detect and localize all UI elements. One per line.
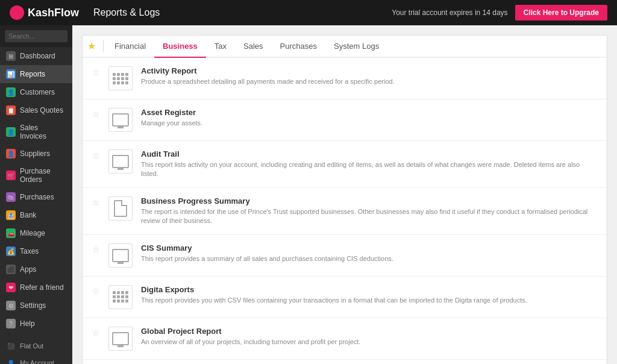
dashboard-icon: ⊞	[6, 51, 16, 61]
sidebar-item-mileage[interactable]: 🚗 Mileage	[0, 224, 72, 242]
report-title-digita[interactable]: Digita Exports	[141, 285, 597, 294]
sidebar-label-refer: Refer a friend	[20, 283, 64, 292]
sidebar-item-taxes[interactable]: 💰 Taxes	[0, 242, 72, 260]
report-star-audit[interactable]: ☆	[92, 151, 100, 160]
sidebar-label-bank: Bank	[20, 211, 36, 219]
report-item-global: ☆ Global Project Report An overview of a…	[83, 318, 607, 360]
sidebar-item-reports[interactable]: 📊 Reports	[0, 65, 72, 83]
tab-business[interactable]: Business	[154, 36, 206, 58]
report-desc-global: An overview of all of your projects, inc…	[141, 337, 597, 347]
purchaseorders-icon: 🛒	[6, 171, 16, 180]
report-text-cis: CIS Summary This report provides a summa…	[141, 243, 597, 263]
sidebar-item-dashboard[interactable]: ⊞ Dashboard	[0, 47, 72, 65]
tab-separator	[103, 40, 104, 52]
settings-icon: ⚙	[6, 301, 16, 310]
report-desc-audit: This report lists activity on your accou…	[141, 160, 597, 179]
sidebar-label-salesquotes: Sales Quotes	[20, 106, 63, 115]
report-item-cis: ☆ CIS Summary This report provides a sum…	[83, 235, 607, 277]
report-star-bps[interactable]: ☆	[92, 198, 100, 207]
report-title-audit[interactable]: Audit Trail	[141, 149, 597, 158]
tab-purchases[interactable]: Purchases	[272, 36, 325, 58]
sidebar-search-container	[0, 25, 72, 47]
sidebar-item-refer[interactable]: ❤ Refer a friend	[0, 278, 72, 297]
tabs-container: ★ Financial Business Tax Sales Purchases	[82, 35, 607, 364]
sidebar-label-customers: Customers	[20, 88, 55, 96]
report-star-global[interactable]: ☆	[92, 328, 100, 337]
help-icon: ?	[6, 319, 16, 328]
grid-icon	[113, 73, 128, 84]
flatout-icon: ⬛	[6, 341, 16, 351]
sidebar-label-mileage: Mileage	[20, 229, 45, 237]
report-title-asset[interactable]: Asset Register	[141, 108, 597, 117]
bank-icon: 🏦	[6, 210, 16, 220]
sidebar-item-salesquotes[interactable]: 📋 Sales Quotes	[0, 101, 72, 119]
myaccount-icon: 👤	[6, 358, 16, 364]
salesinvoices-icon: 👤	[6, 127, 16, 137]
report-text-asset: Asset Register Manage your assets.	[141, 108, 597, 128]
sidebar-item-bank[interactable]: 🏦 Bank	[0, 206, 72, 224]
salesquotes-icon: 📋	[6, 105, 16, 115]
report-icon-digita	[108, 285, 133, 309]
header: KashFlow Reports & Logs Your trial accou…	[0, 0, 617, 25]
tab-sales[interactable]: Sales	[235, 36, 272, 58]
tab-star-icon[interactable]: ★	[87, 40, 96, 52]
monitor-icon-3	[112, 249, 129, 262]
sidebar-item-flatout[interactable]: ⬛ Flat Out	[0, 337, 72, 354]
logo-icon	[10, 5, 24, 20]
report-item-activity: ☆ Activity Report Produce a spreadsheet …	[83, 58, 607, 99]
report-title-cis[interactable]: CIS Summary	[141, 243, 597, 253]
report-icon-asset	[108, 108, 133, 132]
taxes-icon: 💰	[6, 246, 16, 256]
sidebar-item-myaccount[interactable]: 👤 My Account	[0, 354, 72, 364]
report-desc-bps: The report is intended for the use of Pr…	[141, 207, 597, 226]
sidebar-label-suppliers: Suppliers	[20, 149, 50, 158]
report-desc-activity: Produce a spreadsheet detailing all paym…	[141, 77, 597, 86]
sidebar-label-flatout: Flat Out	[20, 342, 43, 350]
report-star-cis[interactable]: ☆	[92, 245, 100, 254]
tab-financial[interactable]: Financial	[106, 36, 154, 58]
sidebar-label-taxes: Taxes	[20, 247, 39, 256]
report-star-asset[interactable]: ☆	[92, 109, 100, 119]
report-title-global[interactable]: Global Project Report	[141, 327, 597, 336]
search-input[interactable]	[5, 30, 67, 42]
layout: ⊞ Dashboard 📊 Reports 👤 Customers 📋 Sale…	[0, 25, 617, 364]
reports-icon: 📊	[6, 69, 16, 79]
sidebar-label-settings: Settings	[20, 301, 46, 310]
sidebar-label-myaccount: My Account	[20, 359, 54, 364]
report-text-global: Global Project Report An overview of all…	[141, 327, 597, 347]
doc-icon	[114, 200, 127, 217]
sidebar-item-salesinvoices[interactable]: 👤 Sales Invoices	[0, 119, 72, 145]
report-star-activity[interactable]: ☆	[92, 67, 100, 77]
sidebar-item-help[interactable]: ? Help	[0, 315, 72, 333]
sidebar-item-suppliers[interactable]: 👤 Suppliers	[0, 145, 72, 163]
apps-icon: ⬛	[6, 265, 16, 274]
report-icon-audit	[108, 149, 133, 174]
sidebar: ⊞ Dashboard 📊 Reports 👤 Customers 📋 Sale…	[0, 25, 72, 364]
monitor-icon-2	[112, 155, 129, 168]
sidebar-item-settings[interactable]: ⚙ Settings	[0, 297, 72, 315]
sidebar-item-purchaseorders[interactable]: 🛒 Purchase Orders	[0, 163, 72, 188]
report-title-activity[interactable]: Activity Report	[141, 66, 597, 75]
sidebar-item-purchases[interactable]: 🛍 Purchases	[0, 188, 72, 206]
grid-icon-2	[113, 291, 128, 303]
refer-icon: ❤	[6, 283, 16, 292]
mileage-icon: 🚗	[6, 228, 16, 238]
report-star-digita[interactable]: ☆	[92, 286, 100, 296]
report-icon-cis	[108, 243, 133, 268]
sidebar-label-apps: Apps	[20, 265, 36, 274]
report-title-bps[interactable]: Business Progress Summary	[141, 196, 597, 206]
suppliers-icon: 👤	[6, 149, 16, 158]
report-item-bps: ☆ Business Progress Summary The report i…	[83, 188, 607, 235]
sidebar-label-reports: Reports	[20, 70, 45, 78]
sidebar-item-customers[interactable]: 👤 Customers	[0, 83, 72, 101]
report-item-asset: ☆ Asset Register Manage your assets.	[83, 99, 607, 141]
tab-tax[interactable]: Tax	[206, 36, 235, 58]
upgrade-button[interactable]: Click Here to Upgrade	[515, 5, 607, 20]
tab-systemlogs[interactable]: System Logs	[325, 36, 387, 58]
report-text-digita: Digita Exports This report provides you …	[141, 285, 597, 305]
tabs-header: ★ Financial Business Tax Sales Purchases	[83, 36, 607, 58]
sidebar-label-purchases: Purchases	[20, 193, 54, 201]
trial-text: Your trial account expires in 14 days	[392, 8, 507, 17]
sidebar-item-apps[interactable]: ⬛ Apps	[0, 260, 72, 278]
report-text-bps: Business Progress Summary The report is …	[141, 196, 597, 226]
